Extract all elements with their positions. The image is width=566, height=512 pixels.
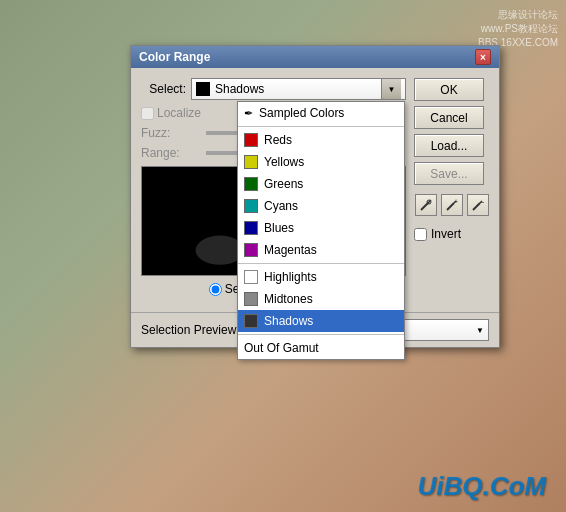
outofgamut-label: Out Of Gamut (244, 341, 319, 355)
invert-row: Invert (414, 227, 489, 241)
dialog-right: OK Cancel Load... Save... + (414, 78, 489, 302)
localize-label: Localize (157, 106, 201, 120)
eyedroppers-row: + − (414, 194, 489, 216)
dropdown-divider-1 (238, 126, 404, 127)
dropdown-item-highlights[interactable]: Highlights (238, 266, 404, 288)
greens-swatch (244, 177, 258, 191)
watermark: 思缘设计论坛 www.PS教程论坛 BBS.16XXE.COM (478, 8, 558, 50)
preview-label: Selection Preview: (141, 323, 240, 337)
dropdown-item-blues[interactable]: Blues (238, 217, 404, 239)
select-label: Select: (141, 82, 186, 96)
yellows-swatch (244, 155, 258, 169)
dialog-titlebar: Color Range × (131, 46, 499, 68)
color-range-dialog: Color Range × Select: Shadows ▼ ✒ (130, 45, 500, 348)
ok-button[interactable]: OK (414, 78, 484, 101)
svg-line-8 (447, 203, 454, 210)
select-value: Shadows (215, 82, 381, 96)
dialog-body: Select: Shadows ▼ ✒ Sampled Colors (131, 68, 499, 312)
dropdown-item-outofgamut[interactable]: Out Of Gamut (238, 337, 404, 359)
reds-swatch (244, 133, 258, 147)
cyans-label: Cyans (264, 199, 298, 213)
preview-select-arrow-icon: ▼ (476, 326, 484, 335)
dialog-left: Select: Shadows ▼ ✒ Sampled Colors (141, 78, 406, 302)
highlights-label: Highlights (264, 270, 317, 284)
yellows-label: Yellows (264, 155, 304, 169)
eyedropper-icon (419, 198, 433, 212)
invert-label: Invert (431, 227, 461, 241)
load-button[interactable]: Load... (414, 134, 484, 157)
close-button[interactable]: × (475, 49, 491, 65)
eyedropper-sample-button[interactable] (415, 194, 437, 216)
dropdown-divider-2 (238, 263, 404, 264)
range-label: Range: (141, 146, 201, 160)
dropdown-item-shadows[interactable]: Shadows (238, 310, 404, 332)
svg-text:+: + (454, 198, 458, 205)
save-button[interactable]: Save... (414, 162, 484, 185)
dropdown-item-sampled[interactable]: ✒ Sampled Colors (238, 102, 404, 124)
dropdown-item-reds[interactable]: Reds (238, 129, 404, 151)
select-row: Select: Shadows ▼ ✒ Sampled Colors (141, 78, 406, 100)
dialog-title: Color Range (139, 50, 210, 64)
magentas-swatch (244, 243, 258, 257)
dropdown-sampled-label: Sampled Colors (259, 106, 344, 120)
shadows-swatch (244, 314, 258, 328)
highlights-swatch (244, 270, 258, 284)
dropdown-item-magentas[interactable]: Magentas (238, 239, 404, 261)
cyans-swatch (244, 199, 258, 213)
radio-selection-input[interactable] (209, 283, 222, 296)
greens-label: Greens (264, 177, 303, 191)
fuzziness-label: Fuzz: (141, 126, 201, 140)
midtones-label: Midtones (264, 292, 313, 306)
midtones-swatch (244, 292, 258, 306)
eyedropper-icon: ✒ (244, 107, 253, 120)
select-arrow-icon[interactable]: ▼ (381, 79, 401, 99)
dropdown-item-yellows[interactable]: Yellows (238, 151, 404, 173)
localize-checkbox[interactable] (141, 107, 154, 120)
shadows-label: Shadows (264, 314, 313, 328)
dropdown-item-greens[interactable]: Greens (238, 173, 404, 195)
eyedropper-add-icon: + (445, 198, 459, 212)
cancel-button[interactable]: Cancel (414, 106, 484, 129)
dropdown-menu: ✒ Sampled Colors Reds Yellows (237, 101, 405, 360)
reds-label: Reds (264, 133, 292, 147)
svg-line-11 (473, 203, 480, 210)
bottom-logo: UiBQ.CoM (417, 471, 546, 502)
eyedropper-add-button[interactable]: + (441, 194, 463, 216)
dropdown-divider-3 (238, 334, 404, 335)
select-color-swatch (196, 82, 210, 96)
dropdown-item-midtones[interactable]: Midtones (238, 288, 404, 310)
blues-swatch (244, 221, 258, 235)
blues-label: Blues (264, 221, 294, 235)
select-dropdown[interactable]: Shadows ▼ ✒ Sampled Colors Reds (191, 78, 406, 100)
svg-text:−: − (480, 198, 485, 207)
magentas-label: Magentas (264, 243, 317, 257)
invert-checkbox[interactable] (414, 228, 427, 241)
eyedropper-subtract-button[interactable]: − (467, 194, 489, 216)
eyedropper-subtract-icon: − (471, 198, 485, 212)
dropdown-item-cyans[interactable]: Cyans (238, 195, 404, 217)
